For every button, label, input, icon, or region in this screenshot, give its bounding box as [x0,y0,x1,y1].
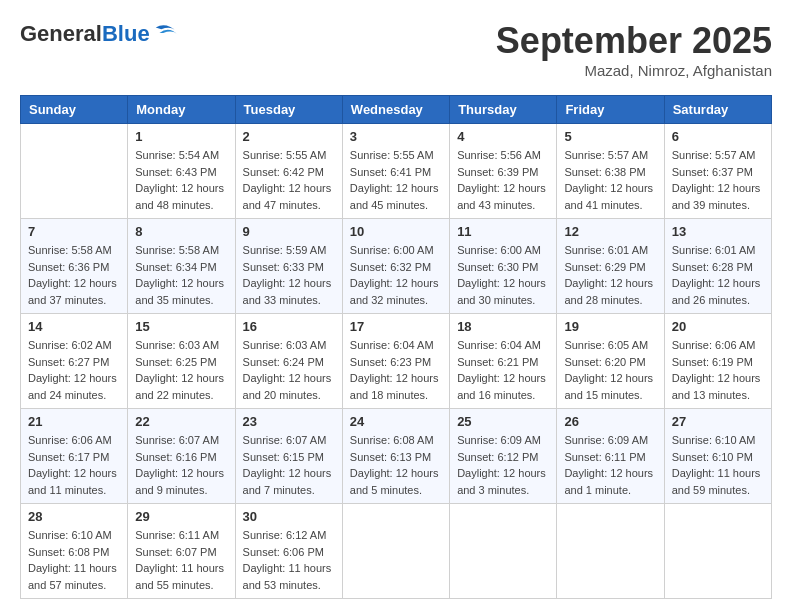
day-info: Sunrise: 6:06 AM Sunset: 6:17 PM Dayligh… [28,432,120,498]
day-info: Sunrise: 6:03 AM Sunset: 6:24 PM Dayligh… [243,337,335,403]
calendar-cell: 29Sunrise: 6:11 AM Sunset: 6:07 PM Dayli… [128,504,235,599]
calendar-cell: 12Sunrise: 6:01 AM Sunset: 6:29 PM Dayli… [557,219,664,314]
day-number: 26 [564,414,656,429]
day-number: 8 [135,224,227,239]
day-number: 9 [243,224,335,239]
day-info: Sunrise: 6:01 AM Sunset: 6:28 PM Dayligh… [672,242,764,308]
day-info: Sunrise: 6:10 AM Sunset: 6:08 PM Dayligh… [28,527,120,593]
day-of-week-header: Wednesday [342,96,449,124]
day-info: Sunrise: 6:08 AM Sunset: 6:13 PM Dayligh… [350,432,442,498]
day-info: Sunrise: 6:10 AM Sunset: 6:10 PM Dayligh… [672,432,764,498]
day-info: Sunrise: 5:55 AM Sunset: 6:41 PM Dayligh… [350,147,442,213]
month-title: September 2025 [496,20,772,62]
calendar-cell: 15Sunrise: 6:03 AM Sunset: 6:25 PM Dayli… [128,314,235,409]
day-info: Sunrise: 5:59 AM Sunset: 6:33 PM Dayligh… [243,242,335,308]
day-number: 28 [28,509,120,524]
calendar-cell: 19Sunrise: 6:05 AM Sunset: 6:20 PM Dayli… [557,314,664,409]
calendar-cell: 16Sunrise: 6:03 AM Sunset: 6:24 PM Dayli… [235,314,342,409]
day-number: 25 [457,414,549,429]
day-number: 14 [28,319,120,334]
calendar-cell: 6Sunrise: 5:57 AM Sunset: 6:37 PM Daylig… [664,124,771,219]
calendar-cell: 11Sunrise: 6:00 AM Sunset: 6:30 PM Dayli… [450,219,557,314]
calendar-cell [557,504,664,599]
day-number: 23 [243,414,335,429]
day-info: Sunrise: 5:57 AM Sunset: 6:37 PM Dayligh… [672,147,764,213]
day-number: 29 [135,509,227,524]
calendar-cell: 18Sunrise: 6:04 AM Sunset: 6:21 PM Dayli… [450,314,557,409]
day-info: Sunrise: 6:07 AM Sunset: 6:15 PM Dayligh… [243,432,335,498]
calendar-cell: 13Sunrise: 6:01 AM Sunset: 6:28 PM Dayli… [664,219,771,314]
page-header: GeneralBlue September 2025 Mazad, Nimroz… [20,20,772,79]
logo: GeneralBlue [20,20,180,48]
calendar-week-row: 7Sunrise: 5:58 AM Sunset: 6:36 PM Daylig… [21,219,772,314]
calendar-cell: 28Sunrise: 6:10 AM Sunset: 6:08 PM Dayli… [21,504,128,599]
calendar-cell: 27Sunrise: 6:10 AM Sunset: 6:10 PM Dayli… [664,409,771,504]
day-of-week-header: Monday [128,96,235,124]
calendar-cell: 8Sunrise: 5:58 AM Sunset: 6:34 PM Daylig… [128,219,235,314]
day-number: 19 [564,319,656,334]
day-of-week-header: Tuesday [235,96,342,124]
day-info: Sunrise: 6:01 AM Sunset: 6:29 PM Dayligh… [564,242,656,308]
calendar-cell [21,124,128,219]
day-number: 12 [564,224,656,239]
day-of-week-header: Saturday [664,96,771,124]
day-info: Sunrise: 6:04 AM Sunset: 6:21 PM Dayligh… [457,337,549,403]
day-number: 27 [672,414,764,429]
day-number: 1 [135,129,227,144]
day-number: 6 [672,129,764,144]
calendar-cell: 2Sunrise: 5:55 AM Sunset: 6:42 PM Daylig… [235,124,342,219]
calendar-cell: 3Sunrise: 5:55 AM Sunset: 6:41 PM Daylig… [342,124,449,219]
day-number: 11 [457,224,549,239]
day-info: Sunrise: 6:09 AM Sunset: 6:12 PM Dayligh… [457,432,549,498]
calendar-cell: 7Sunrise: 5:58 AM Sunset: 6:36 PM Daylig… [21,219,128,314]
calendar-cell: 21Sunrise: 6:06 AM Sunset: 6:17 PM Dayli… [21,409,128,504]
day-info: Sunrise: 6:11 AM Sunset: 6:07 PM Dayligh… [135,527,227,593]
logo-icon [152,20,180,48]
day-info: Sunrise: 5:55 AM Sunset: 6:42 PM Dayligh… [243,147,335,213]
day-info: Sunrise: 6:02 AM Sunset: 6:27 PM Dayligh… [28,337,120,403]
location: Mazad, Nimroz, Afghanistan [496,62,772,79]
calendar-week-row: 1Sunrise: 5:54 AM Sunset: 6:43 PM Daylig… [21,124,772,219]
day-number: 30 [243,509,335,524]
day-number: 13 [672,224,764,239]
calendar-cell: 30Sunrise: 6:12 AM Sunset: 6:06 PM Dayli… [235,504,342,599]
day-number: 2 [243,129,335,144]
calendar-cell: 26Sunrise: 6:09 AM Sunset: 6:11 PM Dayli… [557,409,664,504]
day-info: Sunrise: 6:00 AM Sunset: 6:30 PM Dayligh… [457,242,549,308]
title-block: September 2025 Mazad, Nimroz, Afghanista… [496,20,772,79]
logo-blue-text: Blue [102,21,150,46]
day-number: 3 [350,129,442,144]
calendar-cell: 10Sunrise: 6:00 AM Sunset: 6:32 PM Dayli… [342,219,449,314]
day-number: 20 [672,319,764,334]
day-of-week-header: Thursday [450,96,557,124]
logo-general-text: General [20,21,102,46]
calendar-cell: 20Sunrise: 6:06 AM Sunset: 6:19 PM Dayli… [664,314,771,409]
day-info: Sunrise: 6:05 AM Sunset: 6:20 PM Dayligh… [564,337,656,403]
calendar-cell: 24Sunrise: 6:08 AM Sunset: 6:13 PM Dayli… [342,409,449,504]
day-number: 15 [135,319,227,334]
day-info: Sunrise: 6:07 AM Sunset: 6:16 PM Dayligh… [135,432,227,498]
calendar-week-row: 14Sunrise: 6:02 AM Sunset: 6:27 PM Dayli… [21,314,772,409]
day-of-week-header: Sunday [21,96,128,124]
day-number: 21 [28,414,120,429]
day-number: 5 [564,129,656,144]
calendar-cell: 9Sunrise: 5:59 AM Sunset: 6:33 PM Daylig… [235,219,342,314]
calendar-week-row: 28Sunrise: 6:10 AM Sunset: 6:08 PM Dayli… [21,504,772,599]
day-of-week-header: Friday [557,96,664,124]
day-info: Sunrise: 6:00 AM Sunset: 6:32 PM Dayligh… [350,242,442,308]
calendar-table: SundayMondayTuesdayWednesdayThursdayFrid… [20,95,772,599]
calendar-cell: 25Sunrise: 6:09 AM Sunset: 6:12 PM Dayli… [450,409,557,504]
day-number: 22 [135,414,227,429]
day-number: 17 [350,319,442,334]
day-number: 16 [243,319,335,334]
day-number: 7 [28,224,120,239]
calendar-cell: 14Sunrise: 6:02 AM Sunset: 6:27 PM Dayli… [21,314,128,409]
day-info: Sunrise: 6:04 AM Sunset: 6:23 PM Dayligh… [350,337,442,403]
day-info: Sunrise: 5:58 AM Sunset: 6:34 PM Dayligh… [135,242,227,308]
day-info: Sunrise: 5:56 AM Sunset: 6:39 PM Dayligh… [457,147,549,213]
calendar-week-row: 21Sunrise: 6:06 AM Sunset: 6:17 PM Dayli… [21,409,772,504]
calendar-cell: 23Sunrise: 6:07 AM Sunset: 6:15 PM Dayli… [235,409,342,504]
day-number: 24 [350,414,442,429]
day-info: Sunrise: 5:58 AM Sunset: 6:36 PM Dayligh… [28,242,120,308]
day-info: Sunrise: 6:09 AM Sunset: 6:11 PM Dayligh… [564,432,656,498]
